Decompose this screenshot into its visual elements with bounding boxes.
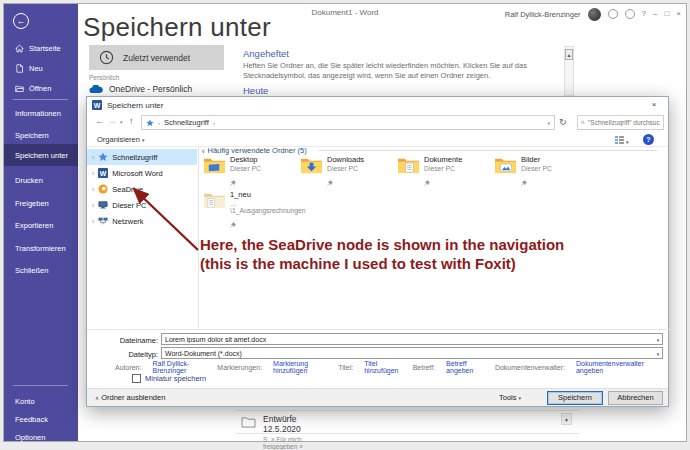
dialog-help-icon[interactable]: ?: [643, 134, 654, 145]
ribbon-options-icon[interactable]: [625, 9, 635, 19]
breadcrumb-segment[interactable]: Schnellzugriff: [164, 118, 209, 127]
tree-item-dieser-pc[interactable]: › Dieser PC: [87, 197, 197, 213]
sidebar-item-label: Informationen: [15, 109, 61, 118]
search-box[interactable]: [577, 115, 664, 130]
page-title: Speichern unter: [83, 12, 271, 43]
sidebar-item-speichern-unter[interactable]: Speichern unter: [4, 144, 78, 166]
sidebar-item-neu[interactable]: Neu: [4, 58, 78, 78]
back-button[interactable]: ←: [13, 13, 29, 29]
filetype-select[interactable]: Word-Dokument (*.docx): [161, 347, 663, 359]
nav-back-icon[interactable]: ←: [95, 116, 104, 126]
sidebar-divider: [13, 385, 68, 386]
sidebar-item-label: Drucken: [15, 176, 43, 185]
sidebar-item-drucken[interactable]: Drucken: [4, 170, 78, 190]
sidebar-item-exportieren[interactable]: Exportieren: [4, 215, 78, 235]
tree-item-netzwerk[interactable]: › Netzwerk: [87, 213, 197, 229]
dialog-close-icon[interactable]: ×: [640, 97, 668, 113]
sidebar-divider: [13, 99, 68, 100]
sidebar-item-freigeben[interactable]: Freigeben: [4, 193, 78, 213]
group-collapse-icon[interactable]: ∨: [201, 148, 205, 154]
organize-caret-icon: ▾: [142, 137, 145, 143]
close-icon[interactable]: ×: [676, 10, 681, 18]
tree-expand-icon[interactable]: ›: [92, 170, 94, 177]
tree-expand-icon[interactable]: ›: [92, 186, 94, 193]
sidebar-item-konto[interactable]: Konto: [4, 391, 78, 411]
organize-label: Organisieren: [97, 135, 140, 144]
organize-menu[interactable]: Organisieren ▾: [97, 135, 145, 144]
breadcrumb-chevron-icon: ›: [213, 120, 215, 126]
folder-tile-downloads[interactable]: Downloads Dieser PC: [300, 155, 395, 185]
desktop-folder-icon: [203, 156, 226, 175]
backstage-scrollbar[interactable]: ▲: [564, 46, 574, 96]
pin-icon: [230, 180, 236, 186]
downloads-folder-icon: [300, 156, 323, 175]
tree-item-seadrive[interactable]: › SeaDrive: [87, 181, 197, 197]
tools-dropdown[interactable]: Tools ▾: [499, 393, 521, 402]
cancel-button[interactable]: Abbrechen: [608, 391, 663, 405]
address-dropdown-icon[interactable]: ▾: [547, 120, 550, 126]
seadrive-icon: [98, 184, 108, 194]
breadcrumb-field[interactable]: › Schnellzugriff › ▾: [141, 115, 555, 130]
folder-tile-1-neu[interactable]: 1_neu …\1_Ausgangsrechnungen: [203, 190, 298, 220]
sidebar-item-label: Optionen: [15, 433, 45, 442]
sidebar-item-label: Transformieren: [15, 244, 66, 253]
filetype-label: Dateityp:: [92, 350, 158, 359]
user-avatar[interactable]: [588, 8, 601, 21]
filename-input[interactable]: [161, 333, 663, 345]
onedrive-item[interactable]: OneDrive - Persönlich: [89, 84, 192, 94]
refresh-icon[interactable]: ↻: [559, 117, 567, 127]
feedback-smiley-icon[interactable]: [608, 9, 618, 19]
tree-item-schnellzugriff[interactable]: › Schnellzugriff: [87, 149, 197, 165]
sidebar-item-optionen[interactable]: Optionen: [4, 427, 78, 447]
open-folder-icon: [15, 84, 24, 93]
save-thumbnail-checkbox[interactable]: Miniatur speichern: [132, 374, 206, 383]
search-input[interactable]: [588, 119, 660, 126]
filename-dropdown-icon[interactable]: ▾: [653, 337, 663, 343]
add-title-link[interactable]: Titel hinzufügen: [364, 360, 401, 374]
help-icon[interactable]: ?: [642, 10, 646, 18]
backstage-sidebar: ← Startseite Neu Öffnen Informationen Sp…: [4, 4, 78, 441]
filename-label: Dateiname:: [92, 336, 158, 345]
divider: [236, 433, 579, 434]
sidebar-item-feedback[interactable]: Feedback: [4, 409, 78, 429]
sidebar-item-transformieren[interactable]: Transformieren: [4, 238, 78, 258]
folder-tile-dokumente[interactable]: Dokumente Dieser PC: [397, 155, 492, 185]
sidebar-item-oeffnen[interactable]: Öffnen: [4, 78, 78, 98]
checkbox-icon[interactable]: [132, 374, 141, 383]
scroll-up-icon[interactable]: ▲: [565, 49, 573, 60]
maximize-icon[interactable]: □: [664, 10, 669, 18]
save-button[interactable]: Speichern: [547, 391, 603, 405]
tree-item-label: Schnellzugriff: [112, 153, 157, 162]
sidebar-item-schliessen[interactable]: Schließen: [4, 260, 78, 280]
folder-outline-icon: [241, 416, 256, 428]
pinned-description: Heften Sie Ordner an, die Sie später lei…: [243, 61, 558, 81]
add-subject-link[interactable]: Betreff angeben: [446, 360, 484, 374]
today-item-name: Entwürfe 12.5.2020: [263, 414, 318, 434]
authors-value[interactable]: Ralf Dyllick-Brenzinger: [152, 360, 206, 374]
tools-label: Tools: [499, 393, 517, 402]
folder-tile-bilder[interactable]: Bilder Dieser PC: [494, 155, 589, 185]
view-options-button[interactable]: ▾: [615, 136, 629, 146]
tree-item-microsoft-word[interactable]: › W Microsoft Word: [87, 165, 197, 181]
nav-up-icon[interactable]: ↑: [129, 116, 134, 126]
add-manager-link[interactable]: Dokumentenverwalter angeben: [576, 360, 650, 374]
sidebar-item-speichern[interactable]: Speichern: [4, 125, 78, 145]
this-pc-icon: [98, 200, 108, 210]
nav-history-caret-icon[interactable]: ▾: [120, 119, 123, 125]
pin-icon: [327, 180, 333, 186]
recent-button[interactable]: Zuletzt verwendet: [89, 45, 224, 70]
tree-expand-icon[interactable]: ›: [92, 218, 94, 225]
hide-folders-button[interactable]: ∧ Ordner ausblenden: [95, 393, 165, 402]
sidebar-item-informationen[interactable]: Informationen: [4, 103, 78, 123]
add-tag-link[interactable]: Markierung hinzufügen: [273, 360, 327, 374]
minimize-icon[interactable]: –: [653, 10, 657, 18]
tree-separator: [198, 147, 199, 329]
tree-expand-icon[interactable]: ›: [92, 154, 94, 161]
content-group-header[interactable]: ∨ Häufig verwendete Ordner (5): [201, 146, 307, 155]
filetype-dropdown-icon[interactable]: ▾: [653, 351, 663, 357]
nav-forward-icon[interactable]: →: [108, 116, 117, 126]
folder-tile-desktop[interactable]: Desktop Dieser PC: [203, 155, 298, 185]
sidebar-item-startseite[interactable]: Startseite: [4, 38, 78, 58]
tree-expand-icon[interactable]: ›: [92, 202, 94, 209]
scroll-down-icon[interactable]: ▼: [561, 413, 572, 425]
